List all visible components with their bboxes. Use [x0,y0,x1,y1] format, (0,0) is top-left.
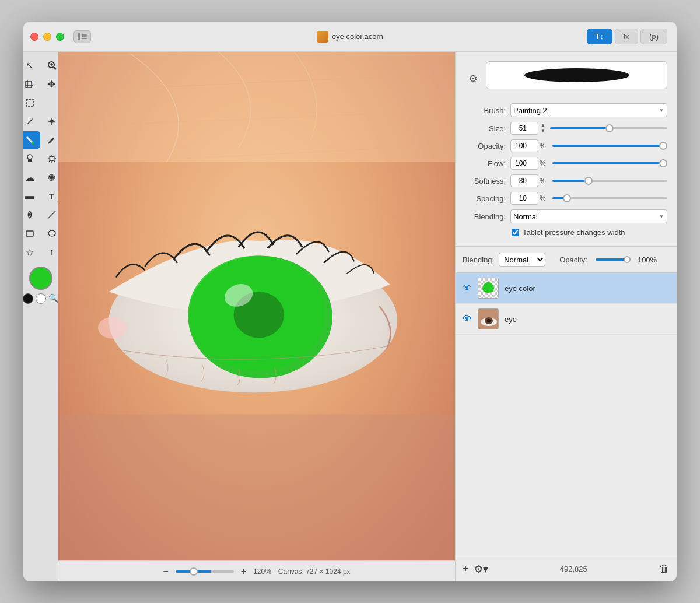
brush-preview [486,61,667,89]
tool-paintbrush[interactable] [23,113,40,130]
svg-point-34 [48,230,55,236]
svg-rect-44 [58,52,455,162]
tool-row-4 [23,113,62,130]
foreground-color[interactable] [23,293,33,304]
spacing-slider[interactable] [552,197,667,199]
canvas-image [58,52,455,560]
softness-row: Softness: % [465,174,667,187]
zoom-in-button[interactable]: + [241,566,246,577]
close-button[interactable] [30,33,38,41]
svg-rect-33 [26,231,33,236]
brush-label: Brush: [465,106,506,115]
tool-rect-shape[interactable] [23,225,40,242]
svg-point-30 [50,156,54,161]
flow-input[interactable] [510,157,538,170]
spacing-row: Spacing: % [465,192,667,205]
svg-point-31 [29,213,31,216]
tab-fx[interactable]: fx [615,29,638,44]
tool-row-5 [23,131,62,149]
svg-line-27 [49,161,50,162]
spacing-input[interactable] [510,192,538,205]
opacity-slider[interactable] [552,145,667,147]
tool-row-8: ▬ T▲ [23,187,62,205]
zoom-out-button[interactable]: − [163,566,168,577]
tool-fill-bucket[interactable] [23,131,40,149]
brush-select[interactable]: Painting 2 [510,103,667,117]
softness-slider[interactable] [552,180,667,182]
size-slider[interactable] [550,127,667,129]
color-swatch[interactable] [29,267,52,290]
spacing-unit: % [540,194,548,202]
layers-section: Blending: Normal Multiply Screen Opacity… [456,247,677,581]
add-layer-button[interactable]: + [463,563,469,575]
layer-blend-select[interactable]: Normal Multiply Screen [499,253,545,267]
opacity-row: Opacity: % [465,139,667,152]
size-steppers: ▲ ▼ [541,122,545,134]
svg-rect-11 [32,82,34,82]
tab-tools-label: T↕ [596,32,604,41]
layer-eye-icon-eye-color[interactable]: 👁 [463,283,472,293]
tool-crop[interactable] [23,75,40,93]
flow-unit: % [540,159,548,167]
tablet-checkbox[interactable] [512,229,519,236]
layer-eye-icon-eye[interactable]: 👁 [463,314,472,324]
size-input[interactable] [510,122,538,135]
svg-line-5 [54,67,56,69]
layer-thumb-color-bg [478,278,498,298]
layer-opacity-slider[interactable] [596,258,631,261]
sidebar-toggle-button[interactable] [74,30,91,43]
tab-paragraph-label: (p) [649,32,659,41]
tab-paragraph[interactable]: (p) [640,29,667,44]
size-up[interactable]: ▲ [541,122,545,128]
tablet-label[interactable]: Tablet pressure changes width [523,228,625,237]
canvas-area[interactable]: − + 120% Canvas: 727 × 1024 px [58,52,455,581]
tool-arrow[interactable]: ↖ [23,57,40,74]
tool-star[interactable]: ☆ [23,243,40,261]
layer-item-eye-color[interactable]: 👁 eye color [456,273,677,304]
layer-opacity-value: 100% [638,255,657,264]
blending-label: Blending: [465,212,506,221]
svg-rect-45 [58,414,455,560]
tool-rectangle-draw[interactable]: ▬ [23,187,40,205]
brush-select-wrapper: Painting 2 [510,103,667,117]
spacing-label: Spacing: [465,194,506,203]
svg-line-25 [54,161,55,162]
tool-row-6 [23,150,62,167]
layer-item-eye[interactable]: 👁 eye [456,304,677,335]
layer-thumb-eye-color [478,278,499,299]
svg-rect-2 [82,36,87,37]
svg-rect-0 [78,33,80,40]
zoom-slider[interactable] [176,570,234,573]
opacity-label: Opacity: [465,142,506,150]
layer-blend-label: Blending: [463,255,494,264]
gear-icon: ⚙ [468,72,478,85]
color-picker-icon[interactable]: 🔍 [48,293,58,304]
size-down[interactable]: ▼ [541,128,545,134]
flow-slider[interactable] [552,162,667,164]
layers-footer: + ⚙▾ 492,825 🗑 [456,556,677,581]
svg-point-51 [487,319,491,322]
flow-label: Flow: [465,159,506,168]
tool-pen[interactable] [23,206,40,223]
gear-button[interactable]: ⚙ [465,71,481,87]
flow-row: Flow: % [465,157,667,170]
tool-shape[interactable]: ☁ [23,169,40,186]
tab-tools[interactable]: T↕ [587,29,612,44]
background-color[interactable] [36,293,46,304]
opacity-input[interactable] [510,139,538,152]
minimize-button[interactable] [43,33,51,41]
layer-thumb-green-shape [482,282,494,293]
layer-settings-button[interactable]: ⚙▾ [474,563,488,576]
tablet-checkbox-row: Tablet pressure changes width [512,228,667,237]
tool-rect-select[interactable] [23,94,40,111]
app-window: eye color.acorn T↕ fx (p) ↖ [23,22,677,581]
tool-row-10 [23,225,62,242]
zoom-value: 120% [253,567,271,576]
blending-select[interactable]: Normal Multiply Screen Overlay [510,209,667,223]
maximize-button[interactable] [56,33,64,41]
eye-canvas [58,52,455,560]
tool-rubber-stamp[interactable] [23,150,40,167]
delete-layer-button[interactable]: 🗑 [659,563,670,575]
tab-fx-label: fx [624,32,629,41]
softness-input[interactable] [510,174,538,187]
